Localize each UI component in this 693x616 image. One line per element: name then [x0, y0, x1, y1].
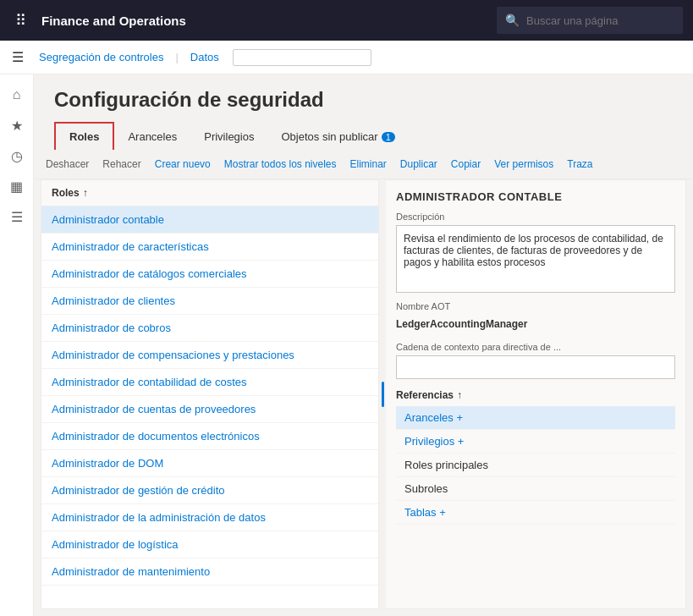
description-value: Revisa el rendimiento de los procesos de…: [396, 225, 675, 293]
cmd-duplicar-button[interactable]: Duplicar: [395, 155, 443, 173]
panel-divider[interactable]: [379, 179, 386, 609]
description-label: Descripción: [396, 212, 675, 222]
details-panel: ADMINISTRADOR CONTABLE Descripción Revis…: [386, 179, 686, 609]
cmd-crear-nuevo-button[interactable]: Crear nuevo: [150, 155, 216, 173]
role-item[interactable]: Administrador de gestión de crédito: [41, 477, 378, 504]
secondary-search-input[interactable]: [233, 49, 371, 66]
cmd-mostrar-todos-button[interactable]: Mostrar todos los niveles: [219, 155, 342, 173]
role-item[interactable]: Administrador de logística: [41, 531, 378, 558]
second-bar: ☰ Segregación de controles | Datos: [0, 41, 693, 74]
cmd-traza-button[interactable]: Traza: [562, 155, 597, 173]
context-label: Cadena de contexto para directiva de ...: [396, 342, 675, 352]
global-search[interactable]: 🔍: [497, 7, 683, 34]
role-item[interactable]: Administrador de cuentas de proveedores: [41, 396, 378, 423]
cmd-copiar-button[interactable]: Copiar: [446, 155, 486, 173]
references-header: Referencias ↑: [396, 389, 675, 401]
hamburger-button[interactable]: ☰: [7, 44, 29, 70]
references-sort-icon[interactable]: ↑: [457, 389, 462, 401]
nav-separator: |: [175, 51, 178, 63]
cmd-ver-permisos-button[interactable]: Ver permisos: [489, 155, 558, 173]
main-content: Configuración de seguridad RolesArancele…: [34, 74, 693, 616]
nav-link-segregacion[interactable]: Segregación de controles: [32, 47, 170, 67]
role-item[interactable]: Administrador de clientes: [41, 288, 378, 315]
aot-label: Nombre AOT: [396, 301, 675, 311]
sidebar-modules-button[interactable]: ▦: [3, 173, 30, 200]
tab-aranceles[interactable]: Aranceles: [114, 124, 190, 150]
command-bar: DeshacerRehacerCrear nuevoMostrar todos …: [34, 150, 693, 179]
reference-item-tablas[interactable]: Tablas +: [396, 501, 675, 525]
roles-list: Administrador contableAdministrador de c…: [41, 206, 378, 608]
apps-button[interactable]: ⠿: [10, 6, 31, 35]
divider-bar: [382, 382, 384, 407]
sidebar-favorites-button[interactable]: ★: [3, 112, 30, 139]
role-item[interactable]: Administrador de la administración de da…: [41, 504, 378, 531]
role-item[interactable]: Administrador contable: [41, 206, 378, 234]
role-item[interactable]: Administrador de mantenimiento: [41, 558, 378, 586]
references-label: Referencias: [396, 389, 454, 401]
role-item[interactable]: Administrador de características: [41, 234, 378, 261]
tab-roles[interactable]: Roles: [54, 122, 114, 150]
sort-icon[interactable]: ↑: [83, 187, 88, 199]
sidebar-home-button[interactable]: ⌂: [3, 81, 30, 108]
search-icon: 🔍: [505, 14, 520, 27]
cmd-deshacer-button[interactable]: Deshacer: [41, 155, 94, 173]
role-item[interactable]: Administrador de DOM: [41, 450, 378, 477]
cmd-eliminar-button[interactable]: Eliminar: [345, 155, 392, 173]
app-title: Finance and Operations: [41, 14, 186, 28]
aot-value: LedgerAccountingManager: [396, 315, 675, 333]
role-item[interactable]: Administrador de compensaciones y presta…: [41, 342, 378, 369]
sidebar-recent-button[interactable]: ◷: [3, 142, 30, 169]
roles-panel-header: Roles ↑: [41, 180, 378, 206]
roles-panel: Roles ↑ Administrador contableAdministra…: [41, 179, 379, 609]
sidebar: ⌂ ★ ◷ ▦ ☰: [0, 74, 34, 616]
role-item[interactable]: Administrador de cobros: [41, 315, 378, 342]
reference-item-roles-principales[interactable]: Roles principales: [396, 454, 675, 477]
details-title: ADMINISTRADOR CONTABLE: [396, 190, 675, 203]
global-search-input[interactable]: [526, 14, 674, 27]
cmd-rehacer-button[interactable]: Rehacer: [97, 155, 146, 173]
panels-container: Roles ↑ Administrador contableAdministra…: [34, 179, 693, 616]
roles-header-label: Roles: [52, 187, 80, 199]
page-header: Configuración de seguridad RolesArancele…: [34, 74, 693, 150]
role-item[interactable]: Administrador de contabilidad de costes: [41, 369, 378, 396]
reference-item-aranceles[interactable]: Aranceles +: [396, 406, 675, 430]
tab-privilegios[interactable]: Privilegios: [190, 124, 267, 150]
reference-item-subroles[interactable]: Subroles: [396, 477, 675, 501]
nav-link-datos[interactable]: Datos: [184, 47, 226, 67]
top-nav: ⠿ Finance and Operations 🔍: [0, 0, 693, 41]
main-layout: ⌂ ★ ◷ ▦ ☰ Configuración de seguridad Rol…: [0, 74, 693, 616]
tab-objetos[interactable]: Objetos sin publicar1: [267, 124, 408, 150]
sidebar-list-button[interactable]: ☰: [3, 203, 30, 230]
context-input[interactable]: [396, 355, 675, 379]
reference-item-privilegios[interactable]: Privilegios +: [396, 430, 675, 454]
references-list: Aranceles +Privilegios +Roles principale…: [396, 406, 675, 525]
tabs-container: RolesArancelesPrivilegiosObjetos sin pub…: [54, 122, 673, 150]
role-item[interactable]: Administrador de catálogos comerciales: [41, 261, 378, 288]
role-item[interactable]: Administrador de documentos electrónicos: [41, 423, 378, 450]
page-title: Configuración de seguridad: [54, 88, 673, 112]
tab-badge-objetos: 1: [382, 132, 395, 142]
